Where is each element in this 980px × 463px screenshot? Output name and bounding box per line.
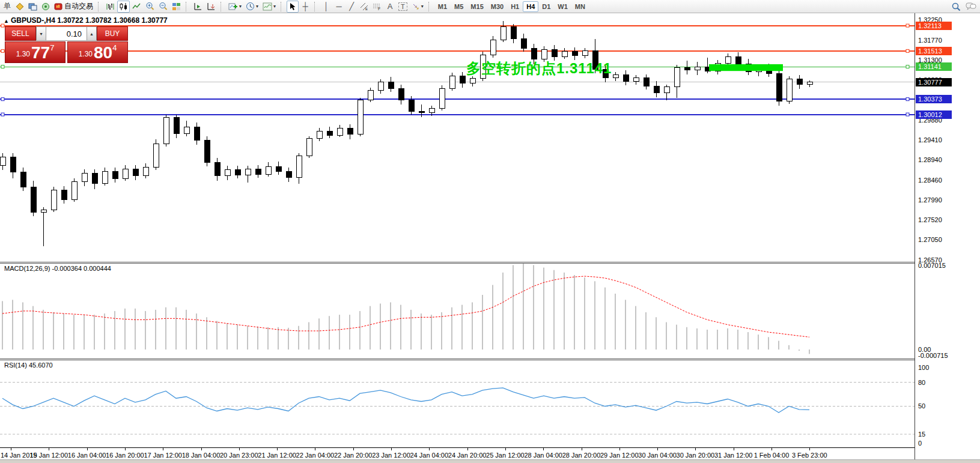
volume-increase-button[interactable]: ▲ [87,26,97,41]
sell-label: SELL [11,29,29,38]
timeframe-button-M1[interactable]: M1 [434,1,451,12]
main-toolbar: 单 自动交易 ▾ ▾ ▾ ┼ │ ─ ╱ E F A T ▾ M1M5 [0,0,980,13]
tile-windows-button[interactable] [170,1,183,13]
arrows-caret: ▾ [421,4,424,9]
zoom-in-button[interactable] [144,1,156,13]
text-label-icon: T [398,2,407,11]
price-axis[interactable]: 1.322501.317701.313001.308301.303601.298… [915,13,980,459]
time-axis-label: 3 Feb 23:00 [792,452,827,459]
collapse-icon[interactable]: ▲ [4,18,9,24]
chat-icon[interactable] [966,2,976,11]
price-tick-label: 1.29410 [918,136,942,144]
cursor-button[interactable] [287,1,299,13]
add-indicator-button[interactable]: ▾ [227,1,243,13]
time-axis-label: 25 Jan 12:00 [486,452,525,459]
time-axis-label: 30 Jan 04:00 [638,452,677,459]
trade-panel-top-row: SELL ▼ 0.10 ▲ BUY [5,26,128,41]
time-axis-label: 18 Jan 04:00 [182,452,221,459]
timeframe-button-M5[interactable]: M5 [451,1,467,12]
buy-button[interactable]: BUY [97,26,128,41]
channel-icon: E [360,2,368,11]
time-axis-label: 15 Jan 12:00 [29,452,68,459]
chart-title: ▲GBPUSD-,H4 1.30722 1.30782 1.30668 1.30… [4,16,168,25]
price-line-badge: 1.30012 [916,110,952,119]
one-click-trading-panel: SELL ▼ 0.10 ▲ BUY 1.30777 1.30804 [5,26,128,63]
time-axis-label: 31 Jan 12:00 [714,452,753,459]
timeframe-button-M30[interactable]: M30 [487,1,507,12]
time-tick [353,448,354,450]
svg-text:F: F [378,7,380,11]
price-line-badge: 1.32113 [916,22,952,30]
line-chart-button[interactable] [130,1,143,13]
volume-decrease-icon: ▼ [39,32,43,36]
text-label-button[interactable]: T [397,1,409,13]
new-order-button[interactable]: 单 [1,1,13,13]
history-button[interactable] [14,1,26,13]
macd-axis-top: 0.007015 [918,262,946,269]
rsi-axis-label: 15 [918,431,925,438]
bar-chart-button[interactable] [104,1,117,13]
horizontal-line-button[interactable]: ─ [333,1,345,13]
arrows-button[interactable]: ▾ [410,1,425,13]
templates-button[interactable]: ▾ [261,1,278,13]
vertical-line-button[interactable]: │ [320,1,332,13]
auto-scroll-button[interactable] [205,1,218,13]
time-axis-label: 29 Jan 12:00 [600,452,639,459]
price-tick-label: 1.31770 [918,37,942,44]
line-chart-icon [132,2,141,11]
time-axis-label: 21 Jan 12:00 [258,452,296,459]
price-line-badge: 1.31513 [916,47,952,55]
signals-button[interactable] [40,1,52,13]
volume-input[interactable]: 0.10 [46,26,87,41]
sell-price-button[interactable]: 1.30777 [5,41,65,63]
fibonacci-button[interactable]: F [371,1,383,13]
buy-price-button[interactable]: 1.30804 [67,41,128,63]
time-axis-label: 20 Jan 23:00 [220,452,258,459]
crosshair-button[interactable]: ┼ [299,1,311,13]
timeframe-button-H4[interactable]: H4 [523,1,538,12]
time-tick [505,448,506,450]
bottom-strip [0,459,980,463]
time-axis[interactable]: 14 Jan 201915 Jan 12:0016 Jan 04:0016 Ja… [0,447,915,460]
buy-price-sup: 4 [112,43,117,52]
market-watch-button[interactable] [26,1,39,13]
search-icon[interactable] [952,2,961,11]
time-axis-label: 16 Jan 20:00 [106,452,144,459]
market-watch-icon [28,2,37,11]
text-button[interactable]: A [384,1,396,13]
periods-icon [246,2,255,11]
zoom-out-button[interactable] [157,1,169,13]
trendline-button[interactable]: ╱ [345,1,358,13]
channel-button[interactable]: E [358,1,370,13]
price-tick-label: 1.27050 [918,236,942,243]
main-chart-canvas[interactable]: 多空转折的点1.31141 [0,13,915,262]
volume-decrease-button[interactable]: ▼ [36,26,46,41]
timeframe-button-M15[interactable]: M15 [467,1,487,12]
timeframe-button-W1[interactable]: W1 [554,1,571,12]
arrows-icon [412,2,420,11]
timeframe-button-D1[interactable]: D1 [538,1,554,12]
zoom-in-icon [145,2,154,11]
autotrade-label: 自动交易 [64,1,93,11]
volume-increase-icon: ▲ [90,32,94,36]
macd-chart-canvas[interactable] [0,264,915,359]
periods-button[interactable]: ▾ [244,1,260,13]
time-axis-label: 16 Jan 04:00 [68,452,106,459]
add-indicator-caret: ▾ [239,4,242,9]
timeframe-button-H1[interactable]: H1 [507,1,523,12]
sell-button[interactable]: SELL [5,26,36,41]
timeframe-button-MN[interactable]: MN [571,1,589,12]
toolbar-separator [314,2,318,11]
toolbar-separator [221,2,224,11]
time-tick [695,448,696,450]
time-tick [163,448,163,450]
candle-chart-button[interactable] [117,1,130,13]
horizontal-line-icon: ─ [336,2,341,11]
price-line-badge: 1.31141 [916,62,952,71]
price-line-badge: 1.30777 [916,78,952,86]
time-axis-label: 24 Jan 04:00 [410,452,448,459]
tile-windows-icon [172,2,181,11]
autotrade-button[interactable]: 自动交易 [52,1,95,13]
rsi-chart-canvas[interactable] [0,360,915,447]
chart-shift-button[interactable] [192,1,204,13]
